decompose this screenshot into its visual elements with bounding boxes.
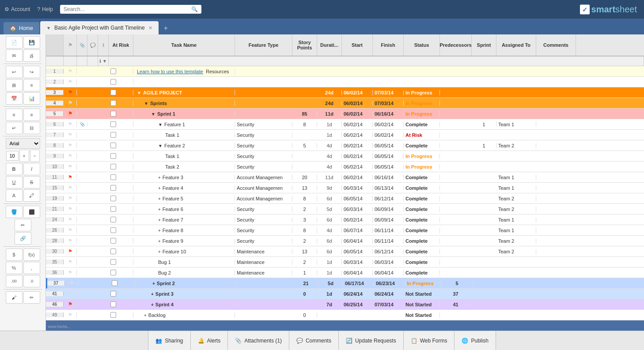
expand-icon[interactable]: ▼: [158, 122, 163, 127]
at-risk-checkbox[interactable]: [110, 164, 116, 169]
toolbar-indent-btn[interactable]: ≡: [23, 79, 40, 91]
toolbar-gantt-btn[interactable]: 📊: [23, 92, 40, 105]
toolbar-wrap-btn[interactable]: ↵: [6, 122, 23, 134]
font-size-input[interactable]: [6, 151, 19, 161]
table-row[interactable]: 9 ⚑ Task 1 Security 4d 06/02/14 06/05/14…: [46, 151, 644, 162]
table-row[interactable]: 37 ⚑ +Sprint 2 21 5d 06/17/14 06/23/14 I…: [46, 278, 644, 289]
table-row[interactable]: 19 ⚑ +Feature 5 Account Managemen 8 6d 0…: [46, 193, 644, 204]
at-risk-checkbox[interactable]: [110, 248, 116, 254]
expand-icon[interactable]: +: [158, 218, 161, 222]
clear-format-btn[interactable]: ✏: [23, 291, 40, 304]
toolbar-undo-btn[interactable]: ↩: [6, 66, 23, 78]
table-row[interactable]: 15 ⚑ +Feature 4 Account Managemen 13 9d …: [46, 183, 644, 193]
cell-task-name[interactable]: +Feature 7: [133, 217, 235, 222]
at-risk-checkbox[interactable]: [110, 174, 116, 180]
alerts-tab[interactable]: 🔔 Alerts: [191, 331, 228, 350]
table-row[interactable]: 26 ⚑ +Feature 8 Security 8 4d 06/07/14 0…: [46, 225, 644, 236]
cell-task-name[interactable]: Task 2: [133, 164, 235, 169]
at-risk-checkbox[interactable]: [110, 217, 116, 222]
search-box[interactable]: 🔍: [60, 5, 201, 14]
cell-task-name[interactable]: Task 1: [133, 132, 235, 138]
cell-task-name[interactable]: +Backlog: [133, 312, 235, 318]
at-risk-checkbox[interactable]: [112, 280, 117, 286]
toolbar-print-btn[interactable]: 🖨: [23, 49, 40, 62]
expand-icon[interactable]: +: [151, 292, 154, 297]
at-risk-checkbox[interactable]: [110, 143, 116, 148]
toolbar-calendar-btn[interactable]: 📅: [6, 92, 23, 105]
task-link[interactable]: Learn how to use this template: [137, 69, 203, 74]
table-row[interactable]: 5 ⚑ ▼Sprint 1 85 11d 06/02/14 06/16/14 I…: [46, 109, 644, 119]
underline-btn[interactable]: U: [6, 176, 23, 188]
text-color-btn[interactable]: A: [6, 189, 23, 202]
cell-task-name[interactable]: ▼Feature 1: [133, 122, 235, 127]
table-row[interactable]: 10 ⚑ Task 2 Security 4d 06/02/14 06/05/1…: [46, 162, 644, 172]
add-tab-button[interactable]: +: [159, 22, 172, 34]
at-risk-checkbox[interactable]: [110, 153, 116, 159]
at-risk-checkbox[interactable]: [110, 68, 116, 74]
paint-bucket-btn[interactable]: 🪣: [6, 206, 23, 218]
cell-task-name[interactable]: ▼Sprints: [133, 101, 235, 106]
table-row[interactable]: 8 ⚑ ▼Feature 2 Security 5 4d 06/02/14 06…: [46, 140, 644, 151]
toolbar-format-btn[interactable]: ⊟: [23, 122, 40, 134]
at-risk-checkbox[interactable]: [110, 259, 116, 265]
cell-task-name[interactable]: +Sprint 2: [135, 281, 236, 286]
at-risk-checkbox[interactable]: [110, 196, 116, 201]
tab-sheet[interactable]: ▼ Basic Agile Project with Gantt Timelin…: [40, 21, 159, 34]
font-size-increase[interactable]: +: [19, 150, 29, 162]
expand-icon[interactable]: +: [151, 302, 154, 307]
cell-task-name[interactable]: Bug 2: [133, 270, 235, 275]
cell-task-name[interactable]: +Feature 6: [133, 207, 235, 212]
account-menu[interactable]: ⚙ Account: [4, 6, 30, 12]
toolbar-align-right-btn[interactable]: ≡: [23, 109, 40, 121]
table-row[interactable]: 24 ⚑ +Feature 7 Security 3 6d 06/02/14 0…: [46, 215, 644, 225]
toolbar-new-btn[interactable]: 📄: [6, 36, 23, 49]
expand-icon[interactable]: ▼: [144, 101, 148, 106]
decimal-remove-btn[interactable]: .0: [23, 275, 40, 287]
currency-btn[interactable]: $: [6, 248, 23, 261]
pencil-btn[interactable]: ✏: [15, 219, 31, 231]
toolbar-email-btn[interactable]: ✉: [6, 49, 23, 62]
table-row[interactable]: 46 ⚑ +Sprint 4 7d 06/25/14 07/03/14 Not …: [46, 299, 644, 310]
cell-task-name[interactable]: ▼Sprint 1: [133, 111, 235, 117]
cell-task-name[interactable]: +Feature 10: [133, 249, 235, 254]
sharing-tab[interactable]: 👥 Sharing: [148, 331, 190, 350]
comments-tab[interactable]: 💬 Comments: [289, 331, 339, 350]
search-input[interactable]: [64, 6, 189, 12]
publish-tab[interactable]: 🌐 Publish: [455, 331, 496, 350]
table-row[interactable]: 28 ⚑ +Feature 9 Security 2 6d 06/04/14 0…: [46, 236, 644, 246]
bold-btn[interactable]: B: [6, 163, 23, 175]
highlight-btn[interactable]: 🖍: [23, 189, 40, 202]
cell-task-name[interactable]: +Feature 8: [133, 228, 235, 233]
expand-icon[interactable]: +: [158, 186, 161, 191]
expand-icon[interactable]: +: [152, 281, 155, 286]
cell-task-name[interactable]: +Feature 4: [133, 185, 235, 191]
at-risk-checkbox[interactable]: [110, 132, 116, 138]
expand-icon[interactable]: +: [158, 228, 161, 233]
at-risk-checkbox[interactable]: [110, 79, 116, 85]
expand-icon[interactable]: ▼: [158, 143, 163, 148]
expand-icon[interactable]: +: [158, 207, 161, 212]
table-row[interactable]: 4 ⚑ ▼Sprints 24d 06/02/14 07/03/14 In Pr…: [46, 98, 644, 109]
expand-icon[interactable]: +: [144, 313, 147, 318]
at-risk-checkbox[interactable]: [110, 270, 116, 275]
grid-body[interactable]: 1 ⚑ Learn how to use this template Resou…: [46, 66, 644, 331]
table-row[interactable]: 21 ⚑ +Feature 6 Security 2 5d 06/03/14 0…: [46, 204, 644, 215]
table-row[interactable]: 41 ⚑ +Sprint 3 0 1d 06/24/14 06/24/14 No…: [46, 289, 644, 299]
cell-task-name[interactable]: +Feature 3: [133, 175, 235, 180]
at-risk-checkbox[interactable]: [110, 301, 116, 307]
cell-task-name[interactable]: +Feature 9: [133, 238, 235, 244]
at-risk-checkbox[interactable]: [110, 312, 116, 318]
font-selector[interactable]: Arial: [6, 138, 40, 149]
web-forms-tab[interactable]: 📋 Web Forms: [404, 331, 455, 350]
toolbar-grid-btn[interactable]: ⊞: [6, 79, 23, 91]
expand-icon[interactable]: ▼: [151, 112, 155, 117]
attachments-tab[interactable]: 📎 Attachments (1): [228, 331, 289, 350]
link-btn[interactable]: 🔗: [15, 232, 31, 245]
tab-close-icon[interactable]: ✕: [148, 25, 152, 31]
formula-btn[interactable]: f(x): [23, 248, 40, 261]
cell-task-name[interactable]: +Sprint 4: [133, 302, 235, 307]
toolbar-save-btn[interactable]: 💾: [23, 36, 40, 49]
strikethrough-btn[interactable]: S: [23, 176, 40, 188]
table-row[interactable]: 11 ⚑ +Feature 3 Account Managemen 20 11d…: [46, 172, 644, 183]
at-risk-checkbox[interactable]: [110, 227, 116, 233]
